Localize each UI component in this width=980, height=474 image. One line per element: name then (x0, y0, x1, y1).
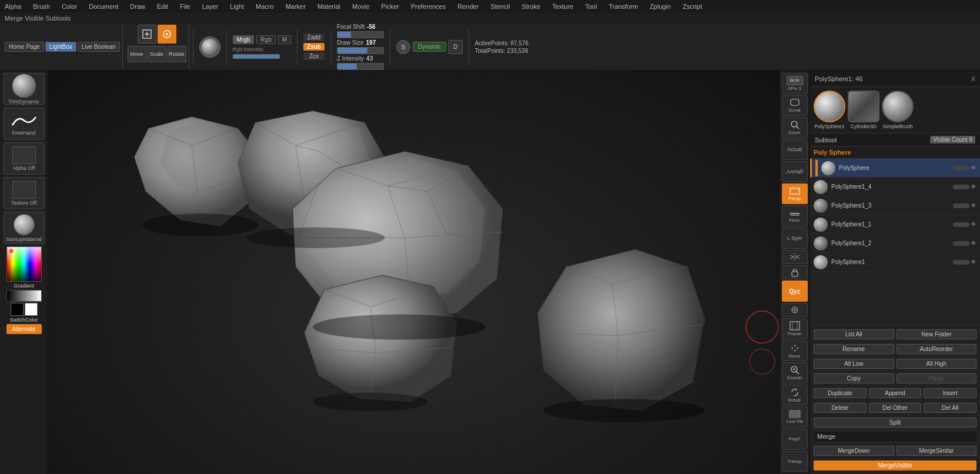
rename-button[interactable]: Rename (814, 344, 894, 354)
rgb-button[interactable]: Rgb (256, 35, 275, 44)
floor-button[interactable]: Floor (782, 205, 808, 226)
ps14-eye-icon[interactable]: 👁 (971, 183, 976, 190)
d-button[interactable]: D (449, 40, 463, 54)
rotate3d-button[interactable]: RotaE (782, 385, 808, 406)
color-black[interactable] (11, 303, 24, 316)
subtool-polysphere1-3[interactable]: PolySphere1_3 👁 (810, 196, 980, 215)
polysphere1-brush[interactable]: PolySphere1 (814, 91, 845, 129)
lightbox-button[interactable]: LightBox (45, 42, 76, 52)
menu-stroke[interactable]: Stroke (519, 2, 543, 11)
z-intensity-bar[interactable] (337, 63, 384, 70)
lock-button[interactable] (782, 265, 808, 279)
dynamic-button[interactable]: Dynamic (413, 42, 446, 52)
del-all-button[interactable]: Del All (924, 403, 976, 413)
alpha-off-item[interactable]: Alpha Off (4, 142, 45, 175)
menu-tool[interactable]: Tool (583, 2, 599, 11)
canvas-area[interactable] (48, 71, 779, 474)
alternate-button[interactable]: Alternate (6, 324, 42, 334)
simplebrush-brush[interactable]: SimpleBrush (882, 91, 914, 129)
menu-picker[interactable]: Picker (379, 2, 402, 11)
ps1-eye-icon[interactable]: 👁 (971, 259, 976, 265)
menu-draw[interactable]: Draw (128, 2, 148, 11)
mrgb-button[interactable]: Mrgb (233, 35, 255, 44)
del-other-button[interactable]: Del Other (869, 403, 922, 413)
gradient-bar[interactable] (6, 290, 42, 302)
startup-material-item[interactable]: StartupMaterial (4, 212, 45, 244)
subtool-polysphere1-4[interactable]: PolySphere1_4 👁 (810, 178, 980, 196)
zoom3d-button[interactable]: ZoomD (782, 362, 808, 383)
s-button[interactable]: S (396, 40, 410, 54)
menu-edit[interactable]: Edit (155, 2, 170, 11)
cylinder3d-brush[interactable]: Cylinder3D (848, 91, 879, 129)
merge-down-button[interactable]: MergeDown (814, 446, 894, 456)
free-hand-item[interactable]: FreeHand (4, 108, 45, 140)
merge-visible-button[interactable]: MergeVisible (814, 460, 976, 470)
zsub-button[interactable]: Zsub (303, 43, 325, 51)
transp-button[interactable]: Transp (782, 451, 808, 472)
split-button[interactable]: Split (814, 418, 976, 428)
home-page-button[interactable]: Home Page (5, 42, 44, 52)
menu-alpha[interactable]: Alpha (2, 2, 24, 11)
menu-light[interactable]: Light (228, 2, 246, 11)
draw-button[interactable] (158, 25, 176, 44)
move-button[interactable]: Move (128, 46, 146, 62)
list-all-button[interactable]: List All (814, 329, 894, 339)
paste-button[interactable]: Paste (897, 373, 977, 383)
menu-brush[interactable]: Brush (31, 2, 52, 11)
trim-dynamic-item[interactable]: TrimDynamic (4, 73, 45, 105)
append-button[interactable]: Append (869, 388, 922, 398)
focal-shift-bar[interactable] (337, 31, 384, 38)
menu-transform[interactable]: Transform (606, 2, 640, 11)
rgb-intensity-bar[interactable] (233, 54, 280, 59)
merge-similar-button[interactable]: MergeSimilar (897, 446, 977, 456)
actual-button[interactable]: Actual (782, 139, 808, 161)
zoom-button[interactable]: Zoom (782, 117, 808, 138)
all-high-button[interactable]: All High (897, 359, 977, 369)
menu-document[interactable]: Document (86, 2, 121, 11)
menu-stencil[interactable]: Stencil (488, 2, 512, 11)
ps12-eye-icon[interactable]: 👁 (971, 240, 976, 246)
menu-file[interactable]: File (178, 2, 193, 11)
rotate-button[interactable]: Rotate (168, 46, 186, 62)
subtool-polysphere1-1[interactable]: PolySphere1_1 👁 (810, 215, 980, 234)
menu-color[interactable]: Color (59, 2, 79, 11)
spix-button[interactable]: BrSt SPix 3 (782, 73, 808, 94)
ps12-visibility-slider[interactable] (953, 241, 969, 246)
scroll-button[interactable]: Scroll (782, 95, 808, 116)
ps14-visibility-slider[interactable] (953, 185, 969, 189)
empty-btn1[interactable] (782, 303, 808, 317)
symmetry-button[interactable] (782, 250, 808, 264)
color-wheel[interactable] (6, 246, 42, 282)
insert-button[interactable]: Insert (924, 388, 976, 398)
m-button[interactable]: M (278, 35, 291, 44)
ps1-visibility-slider[interactable] (953, 260, 969, 265)
menu-zplugin[interactable]: Zplugin (647, 2, 673, 11)
edit-button[interactable] (138, 25, 156, 44)
polysphere-visibility-slider[interactable] (953, 166, 969, 171)
zcx-button[interactable]: Zcx (303, 52, 325, 60)
draw-size-bar[interactable] (337, 47, 384, 54)
live-boolean-button[interactable]: Live Boolean (78, 42, 120, 52)
zadd-button[interactable]: Zadd (303, 34, 325, 41)
ps13-eye-icon[interactable]: 👁 (971, 202, 976, 209)
all-low-button[interactable]: All Low (814, 359, 894, 369)
close-button[interactable]: X (971, 75, 975, 82)
subtool-polysphere1-2[interactable]: PolySphere1_2 👁 (810, 234, 980, 253)
delete-button[interactable]: Delete (814, 403, 867, 413)
menu-render[interactable]: Render (455, 2, 481, 11)
subtool-polysphere[interactable]: PolySphere 👁 (810, 159, 980, 178)
ps11-eye-icon[interactable]: 👁 (971, 221, 976, 228)
lsym-button[interactable]: L Sym (782, 228, 808, 249)
subtool-polysphere1[interactable]: PolySphere1 👁 (810, 253, 980, 272)
menu-preferences[interactable]: Preferences (409, 2, 448, 11)
menu-layer[interactable]: Layer (200, 2, 221, 11)
menu-material[interactable]: Material (315, 2, 343, 11)
menu-macro[interactable]: Macro (253, 2, 276, 11)
ps11-visibility-slider[interactable] (953, 222, 969, 227)
copy-button[interactable]: Copy (814, 373, 894, 383)
aahalf-button[interactable]: AAHalf (782, 161, 808, 182)
qyz-button[interactable]: Qyz (782, 281, 808, 302)
color-white[interactable] (25, 303, 38, 316)
menu-movie[interactable]: Movie (350, 2, 372, 11)
menu-texture[interactable]: Texture (550, 2, 576, 11)
